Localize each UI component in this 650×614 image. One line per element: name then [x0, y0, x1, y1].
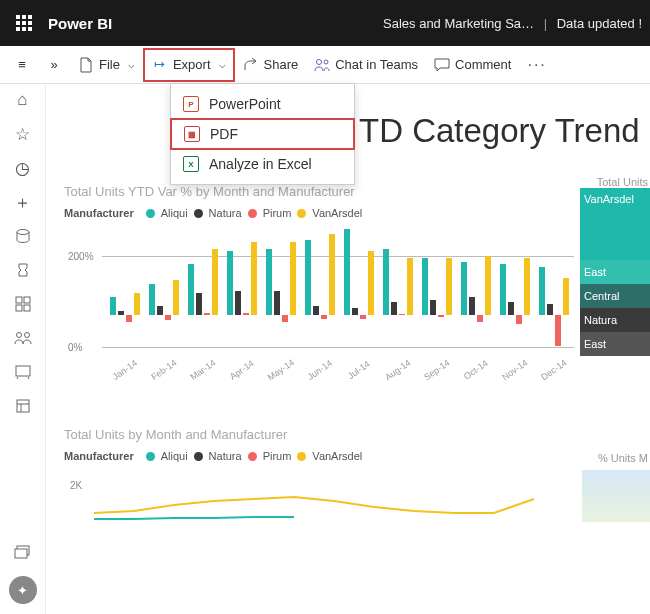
bar[interactable]	[383, 249, 389, 315]
bar[interactable]	[344, 229, 350, 315]
svg-point-0	[317, 59, 322, 64]
treemap-tile[interactable]: Central	[580, 284, 650, 308]
bar[interactable]	[173, 280, 179, 315]
bar[interactable]	[313, 306, 319, 315]
workspace-avatar-icon[interactable]: ✦	[9, 576, 37, 604]
bar[interactable]	[329, 234, 335, 315]
bar[interactable]	[430, 300, 436, 315]
bar[interactable]	[516, 315, 522, 324]
goals-icon[interactable]	[13, 260, 33, 280]
bar[interactable]	[290, 242, 296, 315]
treemap-tile[interactable]: Natura	[580, 308, 650, 332]
bar[interactable]	[157, 306, 163, 315]
bar[interactable]	[149, 284, 155, 315]
bar[interactable]	[305, 240, 311, 315]
nav-toggle-button[interactable]: ≡	[6, 50, 38, 80]
bar[interactable]	[438, 315, 444, 317]
chart-ytd-var[interactable]: Total Units YTD Var % by Month and Manuf…	[64, 184, 574, 525]
bar[interactable]	[485, 256, 491, 315]
bar[interactable]	[547, 304, 553, 315]
legend-swatch	[194, 452, 203, 461]
shared-icon[interactable]	[13, 328, 33, 348]
analyze-in-excel-item[interactable]: X Analyze in Excel	[171, 150, 354, 178]
bar[interactable]	[368, 251, 374, 315]
bar[interactable]	[227, 251, 233, 315]
comment-button[interactable]: Comment	[426, 50, 519, 80]
home-icon[interactable]: ⌂	[13, 90, 33, 110]
datasets-icon[interactable]	[13, 226, 33, 246]
report-breadcrumb: Sales and Marketing Sa… | Data updated !	[383, 16, 642, 31]
comment-icon	[434, 57, 450, 73]
bar[interactable]	[524, 258, 530, 315]
share-icon	[243, 57, 259, 73]
x-tick-label: Aug-14	[379, 355, 417, 386]
learn-icon[interactable]	[13, 362, 33, 382]
bar[interactable]	[235, 291, 241, 315]
bar-group	[418, 227, 457, 359]
bar[interactable]	[243, 313, 249, 315]
recent-icon[interactable]: ◷	[13, 158, 33, 178]
bar[interactable]	[555, 315, 561, 346]
legend-label[interactable]: Aliqui	[161, 450, 188, 462]
bar[interactable]	[446, 258, 452, 315]
bar[interactable]	[204, 313, 210, 315]
bar[interactable]	[118, 311, 124, 315]
legend-label[interactable]: Pirum	[263, 450, 292, 462]
bar[interactable]	[360, 315, 366, 319]
svg-rect-12	[15, 549, 27, 558]
more-options-button[interactable]: ···	[519, 50, 554, 80]
bar[interactable]	[110, 297, 116, 315]
bar[interactable]	[266, 249, 272, 315]
map-thumbnail[interactable]	[582, 470, 650, 522]
apps-icon[interactable]	[13, 294, 33, 314]
bar[interactable]	[251, 242, 257, 315]
treemap-tile[interactable]: East	[580, 260, 650, 284]
my-workspace-icon[interactable]	[13, 542, 33, 562]
legend-label[interactable]: VanArsdel	[312, 450, 362, 462]
workspaces-icon[interactable]	[13, 396, 33, 416]
bar[interactable]	[134, 293, 140, 315]
bar[interactable]	[274, 291, 280, 315]
bar[interactable]	[188, 264, 194, 315]
legend-label[interactable]: Aliqui	[161, 207, 188, 219]
bar[interactable]	[126, 315, 132, 322]
chat-in-teams-button[interactable]: Chat in Teams	[306, 50, 426, 80]
export-pdf-item[interactable]: ▦ PDF	[170, 118, 355, 150]
favorites-icon[interactable]: ☆	[13, 124, 33, 144]
bar[interactable]	[477, 315, 483, 322]
legend-label[interactable]: Natura	[209, 207, 242, 219]
share-button[interactable]: Share	[235, 50, 307, 80]
bar[interactable]	[399, 314, 405, 315]
bar[interactable]	[391, 302, 397, 315]
create-icon[interactable]: ＋	[13, 192, 33, 212]
bar[interactable]	[212, 249, 218, 315]
bar[interactable]	[352, 308, 358, 315]
app-launcher-icon[interactable]	[8, 7, 40, 39]
bar[interactable]	[165, 315, 171, 320]
bar[interactable]	[422, 258, 428, 315]
bar[interactable]	[407, 258, 413, 315]
x-tick-label: Oct-14	[457, 355, 495, 386]
export-powerpoint-item[interactable]: P PowerPoint	[171, 90, 354, 118]
bar[interactable]	[469, 297, 475, 315]
legend-label[interactable]: Natura	[209, 450, 242, 462]
svg-point-7	[16, 333, 21, 338]
expand-button[interactable]: »	[38, 50, 70, 80]
legend-label[interactable]: Pirum	[263, 207, 292, 219]
treemap-tile[interactable]: East	[580, 332, 650, 356]
bar[interactable]	[539, 267, 545, 315]
legend-label[interactable]: VanArsdel	[312, 207, 362, 219]
bar-group	[379, 227, 418, 359]
bar[interactable]	[563, 278, 569, 315]
report-name[interactable]: Sales and Marketing Sa…	[383, 16, 534, 31]
bar[interactable]	[282, 315, 288, 322]
product-name[interactable]: Power BI	[48, 15, 112, 32]
bar[interactable]	[508, 302, 514, 315]
bar[interactable]	[321, 315, 327, 319]
export-menu-button[interactable]: ↦ Export	[143, 48, 235, 82]
bar[interactable]	[196, 293, 202, 315]
file-menu-button[interactable]: File	[70, 50, 143, 80]
bar[interactable]	[500, 264, 506, 315]
treemap-tile[interactable]: VanArsdel	[580, 188, 650, 260]
bar[interactable]	[461, 262, 467, 315]
